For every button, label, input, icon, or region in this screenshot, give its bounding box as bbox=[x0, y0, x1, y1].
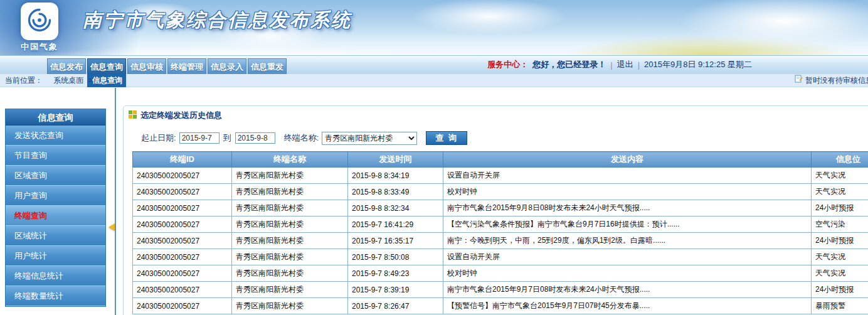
nav-right: 服务中心： 您好，您已经登录！ | 退出 | 2015年9月8日 9:12:25… bbox=[487, 55, 868, 74]
table-cell: 暴雨预警 bbox=[812, 298, 868, 314]
table-cell: 240305002005027 bbox=[133, 168, 232, 184]
sidebar-item[interactable]: 终端查询 bbox=[6, 206, 105, 226]
breadcrumb-label: 当前位置： bbox=[5, 76, 43, 85]
main-area: 选定终端发送历史信息 起止日期: 到 终端名称: 青秀区南阳新光村委 查 询 终… bbox=[118, 88, 868, 315]
table-cell: 240305002005027 bbox=[133, 282, 232, 298]
table-cell: 青秀区南阳新光村委 bbox=[232, 282, 348, 298]
nav-tab-item[interactable]: 信息重发 bbox=[248, 58, 287, 74]
separator: | bbox=[638, 60, 640, 70]
breadcrumb-current: 信息查询 bbox=[92, 74, 122, 87]
table-cell: 青秀区南阳新光村委 bbox=[232, 200, 348, 216]
table-cell: 南宁市气象台2015年9月8日08时发布未来24小时天气预报..... bbox=[443, 200, 812, 216]
table-cell: 天气实况 bbox=[812, 184, 868, 200]
date-to-input[interactable] bbox=[235, 132, 275, 144]
table-cell: 青秀区南阳新光村委 bbox=[232, 168, 348, 184]
sidebar-collapse-arrow[interactable] bbox=[109, 223, 115, 231]
nav-tab-active[interactable]: 信息查询 bbox=[87, 58, 126, 74]
table-row[interactable]: 240305002005027青秀区南阳新光村委2015-9-7 8:49:23… bbox=[133, 265, 868, 282]
table-cell: 2015-9-8 8:34:19 bbox=[348, 168, 443, 184]
terminal-select[interactable]: 青秀区南阳新光村委 bbox=[322, 132, 417, 145]
table-cell: 2015-9-8 8:33:49 bbox=[348, 184, 443, 200]
table-cell: 2015-9-7 16:41:29 bbox=[348, 216, 443, 233]
sidebar-item[interactable]: 区域统计 bbox=[6, 226, 105, 246]
table-cell: 校对时钟 bbox=[443, 184, 812, 200]
spiral-logo-icon bbox=[26, 6, 53, 36]
audit-notice-text: 暂时没有待审核信息 bbox=[805, 74, 868, 87]
nav-bar: 信息发布信息查询信息审核终端管理信息录入信息重发 服务中心： 您好，您已经登录！… bbox=[0, 55, 868, 74]
table-row[interactable]: 240305002005027青秀区南阳新光村委2015-9-7 16:41:2… bbox=[133, 216, 868, 233]
table-cell: 南宁市气象台2015年9月7日08时发布未来24小时天气预报..... bbox=[443, 282, 812, 298]
to-label: 到 bbox=[223, 132, 231, 144]
query-button[interactable]: 查 询 bbox=[426, 131, 467, 145]
history-table-wrap: 终端ID终端名称发送时间发送内容信息位240305002005027青秀区南阳新… bbox=[132, 151, 868, 314]
table-cell: 24小时预报 bbox=[812, 233, 868, 249]
app: { "colors": { "accent_blue": "#1e66ac", … bbox=[0, 0, 868, 315]
nav-tab-item[interactable]: 终端管理 bbox=[167, 58, 206, 74]
nav-tab-item[interactable]: 信息审核 bbox=[127, 58, 166, 74]
sidebar-title: 信息查询 bbox=[6, 109, 105, 125]
table-cell: 240305002005027 bbox=[133, 298, 232, 314]
date-from-input[interactable] bbox=[179, 132, 220, 144]
table-cell: 设置自动开关屏 bbox=[443, 249, 812, 265]
note-icon bbox=[795, 74, 803, 87]
sidebar: 信息查询 发送状态查询节目查询区域查询用户查询终端查询区域统计用户统计终端信息统… bbox=[5, 109, 106, 307]
sidebar-item[interactable]: 终端信息统计 bbox=[6, 266, 105, 286]
table-cell: 2015-9-7 8:39:19 bbox=[348, 282, 443, 298]
table-cell: 【预警信号】南宁市气象台2015年9月7日07时45分发布暴..... bbox=[443, 298, 812, 314]
terminal-name-label: 终端名称: bbox=[284, 132, 319, 144]
table-row[interactable]: 240305002005027青秀区南阳新光村委2015-9-7 8:50:08… bbox=[133, 249, 868, 265]
logout-link[interactable]: 退出 bbox=[617, 59, 633, 70]
query-form: 起止日期: 到 终端名称: 青秀区南阳新光村委 查 询 bbox=[141, 131, 868, 145]
table-cell: 24小时预报 bbox=[812, 200, 868, 216]
breadcrumb-root-link[interactable]: 系统桌面 bbox=[53, 76, 83, 85]
main-panel: 选定终端发送历史信息 起止日期: 到 终端名称: 青秀区南阳新光村委 查 询 终… bbox=[123, 105, 868, 315]
table-row[interactable]: 240305002005027青秀区南阳新光村委2015-9-8 8:33:49… bbox=[133, 184, 868, 200]
table-cell: 240305002005027 bbox=[133, 184, 232, 200]
sidebar-menu: 发送状态查询节目查询区域查询用户查询终端查询区域统计用户统计终端信息统计终端数量… bbox=[6, 125, 105, 306]
table-cell: 【空气污染气象条件预报】南宁市气象台9月7日16时提供提：预计...... bbox=[443, 216, 812, 233]
table-row[interactable]: 240305002005027青秀区南阳新光村委2015-9-7 16:35:1… bbox=[133, 233, 868, 249]
table-cell: 空气污染 bbox=[812, 216, 868, 233]
breadcrumb-bar: 当前位置： 系统桌面 > 信息查询 暂时没有待审核信息 bbox=[0, 74, 868, 87]
section-header: 选定终端发送历史信息 bbox=[124, 106, 868, 124]
nav-tabs: 信息发布信息查询信息审核终端管理信息录入信息重发 bbox=[47, 58, 288, 74]
table-row[interactable]: 240305002005027青秀区南阳新光村委2015-9-8 8:32:34… bbox=[133, 200, 868, 216]
sidebar-item[interactable]: 用户查询 bbox=[6, 186, 105, 206]
sidebar-item[interactable]: 区域查询 bbox=[6, 166, 105, 186]
column-header: 终端ID bbox=[133, 152, 232, 168]
audit-notice-link[interactable]: 暂时没有待审核信息 bbox=[795, 74, 868, 87]
table-row[interactable]: 240305002005027青秀区南阳新光村委2015-9-8 8:34:19… bbox=[133, 168, 868, 184]
page-title: 南宁市气象综合信息发布系统 bbox=[83, 8, 352, 33]
sidebar-item[interactable]: 用户统计 bbox=[6, 246, 105, 266]
sidebar-item[interactable]: 终端数量统计 bbox=[6, 286, 105, 306]
table-cell: 青秀区南阳新光村委 bbox=[232, 216, 348, 233]
service-center-label: 服务中心： bbox=[487, 59, 528, 70]
table-cell: 2015-9-8 8:32:34 bbox=[348, 200, 443, 216]
datetime-text: 2015年9月8日 9:12:25 星期二 bbox=[644, 59, 752, 70]
content-area: 信息查询 发送状态查询节目查询区域查询用户查询终端查询区域统计用户统计终端信息统… bbox=[0, 88, 868, 315]
table-cell: 24小时预报 bbox=[812, 282, 868, 298]
cma-logo: 中国气象 bbox=[14, 3, 65, 53]
cma-logo-badge bbox=[21, 3, 58, 40]
table-cell: 240305002005027 bbox=[133, 265, 232, 282]
table-cell: 校对时钟 bbox=[443, 265, 812, 282]
table-cell: 青秀区南阳新光村委 bbox=[232, 298, 348, 314]
sidebar-item[interactable]: 发送状态查询 bbox=[6, 125, 105, 146]
table-cell: 2015-9-7 8:49:23 bbox=[348, 265, 443, 282]
column-header: 终端名称 bbox=[232, 152, 348, 168]
sidebar-item[interactable]: 节目查询 bbox=[6, 146, 105, 166]
table-cell: 240305002005027 bbox=[133, 249, 232, 265]
table-row[interactable]: 240305002005027青秀区南阳新光村委2015-9-7 8:26:47… bbox=[133, 298, 868, 314]
table-cell: 南宁：今晚到明天，中雨，25到29度，偏东风1到2级。白露暗...... bbox=[443, 233, 812, 249]
login-greeting: 您好，您已经登录！ bbox=[532, 59, 606, 70]
date-range-label: 起止日期: bbox=[141, 132, 176, 144]
table-row[interactable]: 240305002005027青秀区南阳新光村委2015-9-7 8:39:19… bbox=[133, 282, 868, 298]
banner: 中国气象 南宁市气象综合信息发布系统 bbox=[0, 0, 868, 55]
table-cell: 青秀区南阳新光村委 bbox=[232, 249, 348, 265]
nav-tab-item[interactable]: 信息发布 bbox=[47, 58, 86, 74]
table-cell: 青秀区南阳新光村委 bbox=[232, 233, 348, 249]
table-cell: 青秀区南阳新光村委 bbox=[232, 265, 348, 282]
nav-tab-item[interactable]: 信息录入 bbox=[208, 58, 246, 74]
column-header: 信息位 bbox=[812, 152, 868, 168]
separator: | bbox=[610, 60, 612, 70]
